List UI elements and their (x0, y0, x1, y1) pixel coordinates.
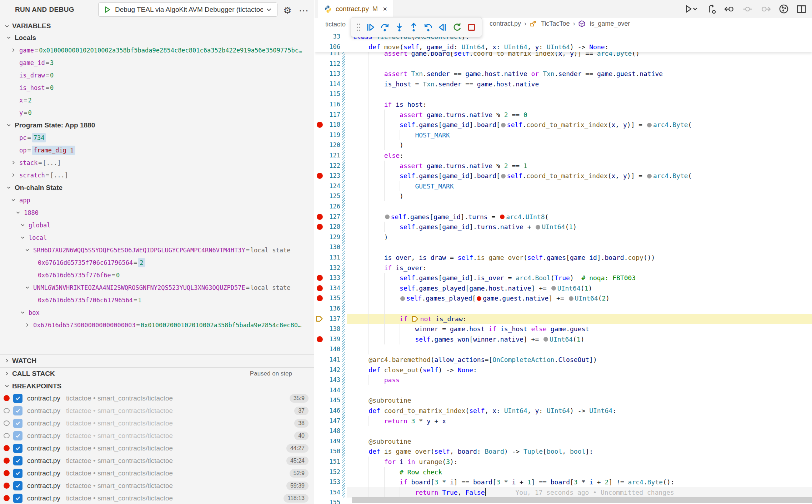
code-line[interactable]: 144 (315, 385, 812, 395)
branch-graph-icon[interactable] (779, 4, 789, 14)
step-back-button[interactable] (421, 19, 436, 35)
previous-change-icon[interactable] (724, 4, 735, 14)
variable-row[interactable]: 0x67616d65735f706c61796564 = 1 (0, 294, 314, 306)
code-line[interactable]: 154 return True, FalseYou, 17 seconds ag… (315, 487, 812, 498)
breakpoint-row[interactable]: contract.pytictactoe • smart_contracts/t… (0, 392, 314, 404)
split-editor-icon[interactable] (797, 4, 806, 14)
code-line[interactable]: 150 def is_game_over(self, board: Board)… (315, 446, 812, 457)
inline-breakpoint-dot-icon[interactable] (500, 215, 505, 219)
inline-breakpoint-dot-icon[interactable] (647, 123, 652, 127)
code-line[interactable]: 137 if not is_draw: (315, 314, 812, 324)
inline-breakpoint-dot-icon[interactable] (477, 296, 481, 301)
code-line[interactable]: 127 self.games[game_id].turns = arc4.UIn… (315, 212, 812, 222)
chevron-down-icon[interactable] (19, 222, 26, 228)
breadcrumb-item-class[interactable]: TicTacToe (541, 20, 570, 27)
inline-breakpoint-dot-icon[interactable] (501, 174, 506, 178)
watch-section-header[interactable]: WATCH (0, 354, 314, 367)
variable-row[interactable]: 0x67616d65735f706c61796564 = 2 (0, 256, 314, 269)
code-line[interactable]: 141 @arc4.baremethod(allow_actions=[OnCo… (315, 354, 812, 365)
code-line[interactable]: 131 is_over, is_draw = self.is_game_over… (315, 252, 812, 263)
breakpoints-section-header[interactable]: BREAKPOINTS (0, 380, 314, 392)
breakpoint-checkbox[interactable] (13, 469, 22, 478)
variables-section-header[interactable]: VARIABLES (0, 20, 314, 32)
code-line[interactable]: 145 @subroutine (315, 395, 812, 405)
tab-contract-py[interactable]: contract.py M × (318, 0, 394, 18)
code-line[interactable]: 128 self.games[game_id].turns.native + U… (315, 222, 812, 232)
code-line[interactable]: 143 pass (315, 375, 812, 385)
inline-breakpoint-dot-icon[interactable] (400, 296, 405, 301)
breakpoint-row[interactable]: contract.pytictactoe • smart_contracts/t… (0, 429, 314, 442)
inline-breakpoint-dot-icon[interactable] (385, 215, 390, 219)
variable-row[interactable]: box (0, 306, 314, 319)
chevron-right-icon[interactable] (10, 172, 16, 178)
code-line[interactable]: 152 # Row check (315, 467, 812, 477)
chevron-down-icon[interactable] (19, 235, 26, 241)
code-line[interactable]: 153 if board[3 * i] == board[3 * i + 1] … (315, 477, 812, 487)
variable-row[interactable]: scratch = [...] (0, 169, 314, 181)
breakpoint-checkbox[interactable] (13, 394, 22, 403)
chevron-down-icon[interactable] (19, 309, 26, 316)
inline-breakpoint-dot-icon[interactable] (647, 174, 652, 178)
ellipsis-icon[interactable]: ⋯ (298, 4, 310, 16)
variable-row[interactable]: 0x67616d65735f776f6e = 0 (0, 269, 314, 281)
breakpoint-row[interactable]: contract.pytictactoe • smart_contracts/t… (0, 404, 314, 417)
breakpoint-checkbox[interactable] (13, 456, 22, 465)
code-line[interactable]: 117 assert game.turns.native % 2 == 0 (315, 110, 812, 120)
step-out-button[interactable] (407, 19, 421, 35)
chevron-down-icon[interactable] (24, 247, 30, 253)
variable-row[interactable]: game_id = 3 (0, 56, 314, 69)
code-line[interactable]: 121 else: (315, 150, 812, 161)
code-line[interactable]: 136 (315, 303, 812, 314)
stop-button[interactable] (465, 19, 479, 35)
chevron-down-icon[interactable] (24, 284, 30, 291)
reverse-continue-button[interactable] (436, 19, 450, 35)
run-icon[interactable] (685, 4, 699, 14)
chevron-down-icon[interactable] (15, 210, 21, 216)
chevron-right-icon[interactable] (10, 47, 16, 54)
breakpoint-row[interactable]: contract.pytictactoe • smart_contracts/t… (0, 442, 314, 454)
chevron-right-icon[interactable] (24, 322, 30, 328)
chevron-down-icon[interactable] (10, 197, 16, 203)
variable-row[interactable]: x = 2 (0, 94, 314, 106)
code-line[interactable]: 123 self.games[game_id].board[self.coord… (315, 171, 812, 181)
code-line[interactable]: 133 self.games[game_id].is_over = arc4.B… (315, 273, 812, 283)
variable-row[interactable]: stack = [...] (0, 156, 314, 169)
gripper-icon[interactable] (354, 19, 363, 35)
variable-row[interactable]: SRH6D7XU2N6WQQ5SSYDQFG5ESO6JWEQIDPGLUGYC… (0, 244, 314, 256)
continue-button[interactable] (363, 19, 378, 35)
chevron-down-icon[interactable] (5, 35, 12, 41)
inline-breakpoint-dot-icon[interactable] (569, 296, 573, 301)
variable-row[interactable]: UNML6W5NVHRIKTEOZAA4NI2SWQROSGNFNY2QS523… (0, 281, 314, 294)
code-line[interactable]: 118 self.games[game_id].board[self.coord… (315, 120, 812, 130)
gear-icon[interactable]: ⚙ (281, 4, 294, 16)
code-line[interactable]: 120 ) (315, 140, 812, 150)
code-line[interactable]: 106 def move(self, game_id: UInt64, x: U… (315, 42, 812, 52)
breadcrumb-item-file[interactable]: contract.py (490, 20, 521, 27)
code-line[interactable]: 114 is_host = Txn.sender == game.host.na… (315, 79, 812, 89)
variable-row[interactable]: Locals (0, 31, 314, 44)
code-line[interactable]: 149 @subroutine (315, 436, 812, 447)
code-line[interactable]: 124 GUEST_MARK (315, 181, 812, 191)
breakpoint-checkbox[interactable] (13, 406, 22, 415)
code-line[interactable]: 135 self.games_played[game.guest.native]… (315, 293, 812, 303)
horizontal-scrollbar[interactable] (352, 497, 812, 503)
inline-breakpoint-dot-icon[interactable] (501, 123, 506, 127)
code-editor[interactable]: 111 assert game.board[self.coord_to_matr… (315, 31, 812, 504)
chevron-down-icon[interactable] (5, 185, 12, 191)
inline-breakpoint-dot-icon[interactable] (536, 225, 540, 230)
step-into-button[interactable] (392, 19, 407, 35)
code-line[interactable]: 138 winner = game.host if is_host else g… (315, 324, 812, 334)
start-debug-icon[interactable] (104, 6, 111, 14)
code-line[interactable]: 126 (315, 201, 812, 212)
variable-row[interactable]: game = 0x010000000102010002a358bf5bada9e… (0, 44, 314, 56)
breadcrumb-item[interactable]: tictacto (325, 21, 346, 28)
code-line[interactable]: 129 ) (315, 232, 812, 242)
code-line[interactable]: 146 def coord_to_matrix_index(self, x: U… (315, 405, 812, 416)
variable-row[interactable]: op = frame_dig 1 (0, 144, 314, 156)
variable-row[interactable]: On-chain State (0, 181, 314, 194)
code-line[interactable]: 132 if is_over: (315, 263, 812, 273)
code-line[interactable]: 151 for i in urange(3): (315, 457, 812, 467)
chevron-right-icon[interactable] (10, 160, 16, 166)
next-change-icon[interactable] (760, 4, 771, 14)
breakpoint-row[interactable]: contract.pytictactoe • smart_contracts/t… (0, 454, 314, 467)
